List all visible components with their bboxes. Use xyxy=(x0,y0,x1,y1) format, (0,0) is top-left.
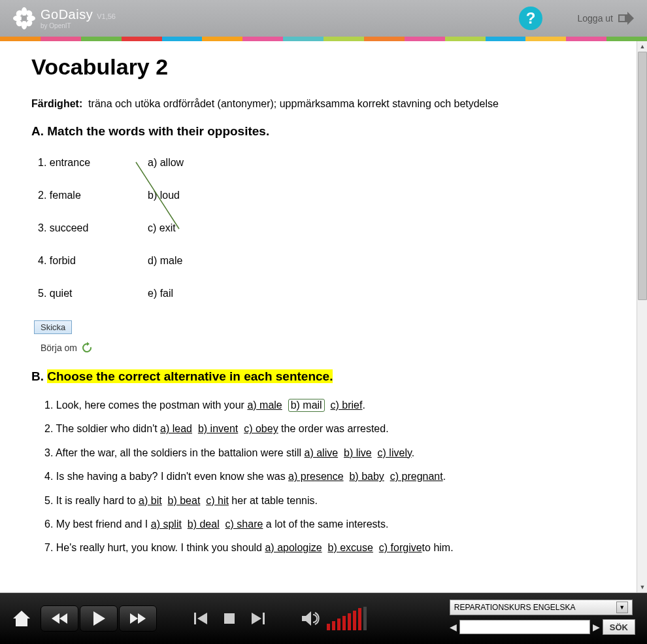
next-track-button[interactable] xyxy=(250,610,267,627)
match-left-term[interactable]: 1. entrance xyxy=(38,157,148,169)
prev-result-icon[interactable]: ◀ xyxy=(450,622,457,632)
help-button[interactable]: ? xyxy=(519,7,542,30)
play-button[interactable] xyxy=(80,605,118,632)
rewind-button[interactable] xyxy=(41,605,78,632)
logout-label: Logga ut xyxy=(578,13,614,24)
alternative-option[interactable]: c) pregnant xyxy=(390,471,443,482)
alternative-option[interactable]: b) excuse xyxy=(328,542,373,553)
alternative-option[interactable]: c) forgive xyxy=(379,542,422,553)
help-icon: ? xyxy=(526,9,536,27)
content-area: Vocabulary 2 Färdighet: träna och utöka … xyxy=(0,41,647,593)
alternative-option[interactable]: b) mail xyxy=(288,399,325,412)
match-right-term[interactable]: c) exit xyxy=(148,222,176,234)
app-version: V1,56 xyxy=(97,13,116,20)
sentence-item: 7. He's really hurt, you know. I think y… xyxy=(44,541,605,555)
alternative-option[interactable]: a) split xyxy=(151,518,182,530)
alternative-option[interactable]: c) obey xyxy=(244,423,278,434)
alternative-option[interactable]: b) deal xyxy=(188,518,220,530)
app-byline: by OpenIT xyxy=(41,23,116,29)
alternative-option[interactable]: c) hit xyxy=(206,495,229,506)
scroll-up-icon[interactable]: ▲ xyxy=(637,41,647,52)
match-row: 4. forbidd) male xyxy=(38,255,299,267)
alternative-option[interactable]: c) brief xyxy=(331,399,363,411)
logo-flower-icon xyxy=(13,7,35,29)
sentence-item: 3. After the war, all the soldiers in th… xyxy=(44,446,605,460)
search-input[interactable] xyxy=(459,620,590,634)
sentence-item: 4. Is she having a baby? I didn't even k… xyxy=(44,469,605,484)
alternative-option[interactable]: a) presence xyxy=(288,471,344,482)
svg-rect-13 xyxy=(263,613,265,624)
alternative-option[interactable]: b) baby xyxy=(349,471,384,482)
volume-area xyxy=(302,607,367,630)
sentence-item: 1. Look, here comes the postman with you… xyxy=(44,398,605,413)
search-panel: REPARATIONSKURS ENGELSKA ▼ ◀ ▶ SÖK xyxy=(450,600,635,635)
search-button[interactable]: SÖK xyxy=(603,619,635,635)
sentence-post: to him. xyxy=(422,542,454,553)
skill-line: Färdighet: träna och utöka ordförrådet (… xyxy=(31,98,605,110)
match-left-term[interactable]: 3. succeed xyxy=(38,222,148,234)
scroll-down-icon[interactable]: ▼ xyxy=(637,582,647,592)
prev-track-button[interactable] xyxy=(192,610,209,627)
alternative-option[interactable]: c) share xyxy=(225,518,263,530)
sentence-post: . xyxy=(443,471,446,482)
sentence-item: 6. My best friend and I a) split b) deal… xyxy=(44,517,605,532)
section-b-prefix: B. xyxy=(31,369,47,383)
sentence-number: 5. xyxy=(44,495,56,506)
next-result-icon[interactable]: ▶ xyxy=(593,622,600,632)
sentence-number: 6. xyxy=(44,518,56,530)
stop-button[interactable] xyxy=(221,610,238,627)
page-title: Vocabulary 2 xyxy=(31,54,605,80)
alternative-option[interactable]: a) bit xyxy=(139,495,162,506)
scrollbar[interactable]: ▲ ▼ xyxy=(637,41,647,592)
match-connection-line xyxy=(38,157,299,327)
speaker-icon[interactable] xyxy=(302,611,320,626)
sentence-pre: He's really hurt, you know. I think you … xyxy=(56,542,265,553)
alternative-option[interactable]: c) lively xyxy=(378,447,412,458)
alternative-option[interactable]: a) male xyxy=(247,399,282,411)
sentence-post: . xyxy=(412,447,414,458)
alternative-option[interactable]: a) apologize xyxy=(265,542,322,553)
restart-button[interactable]: Börja om xyxy=(41,342,605,354)
sentence-pre: It is really hard to xyxy=(56,495,139,506)
sentence-item: 2. The soldier who didn't a) lead b) inv… xyxy=(44,422,605,436)
logout-button[interactable]: Logga ut xyxy=(578,12,636,25)
match-row: 2. femaleb) loud xyxy=(38,190,299,201)
scroll-thumb[interactable] xyxy=(638,52,647,300)
svg-rect-11 xyxy=(194,613,196,624)
player-bar: REPARATIONSKURS ENGELSKA ▼ ◀ ▶ SÖK xyxy=(0,593,647,644)
match-right-term[interactable]: e) fail xyxy=(148,288,173,299)
svg-point-0 xyxy=(22,7,27,16)
match-row: 3. succeedc) exit xyxy=(38,222,299,234)
playback-controls xyxy=(41,605,157,632)
sentence-post: . xyxy=(362,399,365,411)
alternative-option[interactable]: b) invent xyxy=(198,423,238,434)
match-left-term[interactable]: 5. quiet xyxy=(38,288,148,299)
volume-bars[interactable] xyxy=(327,607,367,630)
sentence-pre: My best friend and I xyxy=(56,518,151,530)
course-dropdown[interactable]: REPARATIONSKURS ENGELSKA ▼ xyxy=(450,600,633,615)
match-right-term[interactable]: a) allow xyxy=(148,157,184,169)
match-left-term[interactable]: 2. female xyxy=(38,190,148,201)
fast-forward-button[interactable] xyxy=(119,605,157,632)
sentence-list: 1. Look, here comes the postman with you… xyxy=(44,398,605,556)
sentence-pre: The soldier who didn't xyxy=(56,423,161,434)
match-right-term[interactable]: d) male xyxy=(148,255,182,267)
restart-icon xyxy=(81,342,93,354)
alternative-option[interactable]: a) alive xyxy=(305,447,339,458)
svg-rect-12 xyxy=(224,613,235,624)
section-a-title: A. Match the words with their opposites. xyxy=(31,124,605,139)
dropdown-value: REPARATIONSKURS ENGELSKA xyxy=(454,603,576,612)
match-right-term[interactable]: b) loud xyxy=(148,190,180,201)
alternative-option[interactable]: a) lead xyxy=(160,423,192,434)
submit-button[interactable]: Skicka xyxy=(34,320,72,334)
sentence-pre: Is she having a baby? I didn't even know… xyxy=(56,471,288,482)
home-button[interactable] xyxy=(12,609,31,628)
alternative-option[interactable]: b) live xyxy=(344,447,372,458)
sentence-pre: After the war, all the soldiers in the b… xyxy=(56,447,305,458)
skill-text: träna och utöka ordförrådet (antonymer);… xyxy=(88,98,499,109)
alternative-option[interactable]: b) beat xyxy=(168,495,201,506)
logout-icon xyxy=(618,12,635,25)
brand: GoDaisy V1,56 by OpenIT xyxy=(13,7,116,29)
app-name: GoDaisy xyxy=(41,8,93,21)
match-left-term[interactable]: 4. forbid xyxy=(38,255,148,267)
